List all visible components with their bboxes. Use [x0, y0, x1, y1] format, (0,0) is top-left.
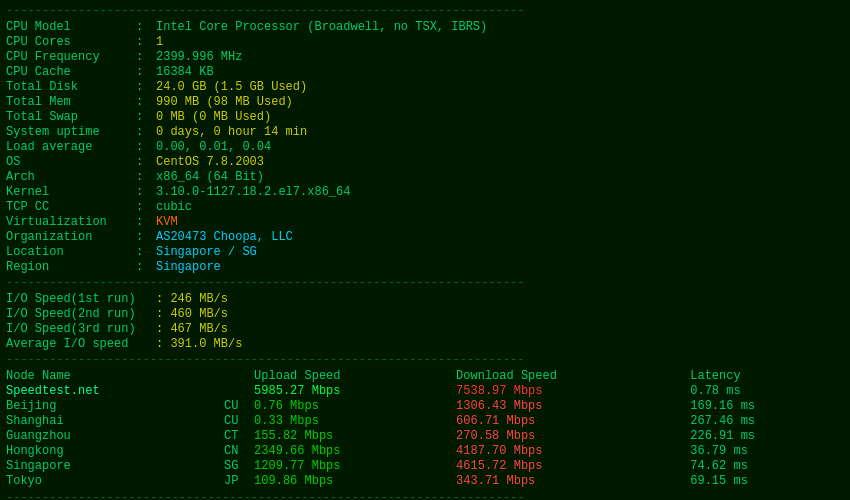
cpu-model-colon: :	[136, 20, 156, 34]
io-avg-value: : 391.0 MB/s	[156, 337, 242, 351]
region-value: Singapore	[156, 260, 221, 274]
cpu-cache-colon: :	[136, 65, 156, 79]
cpu-cores-label: CPU Cores	[6, 35, 136, 49]
total-mem-label: Total Mem	[6, 95, 136, 109]
network-table-header: Node Name Upload Speed Download Speed La…	[6, 369, 844, 384]
arch-label: Arch	[6, 170, 136, 184]
terminal-output: ----------------------------------------…	[0, 0, 850, 500]
net-node-cc: SG	[224, 459, 254, 474]
network-row: TokyoJP109.86 Mbps343.71 Mbps69.15 ms	[6, 474, 844, 489]
org-value: AS20473 Choopa, LLC	[156, 230, 293, 244]
row-cpu-cores: CPU Cores : 1	[6, 35, 844, 49]
load-colon: :	[136, 140, 156, 154]
row-io1: I/O Speed(1st run) : 246 MB/s	[6, 292, 844, 306]
total-swap-label: Total Swap	[6, 110, 136, 124]
net-download-speed: 4615.72 Mbps	[456, 459, 690, 474]
col-header-upload: Upload Speed	[254, 369, 456, 384]
uptime-value: 0 days, 0 hour 14 min	[156, 125, 307, 139]
tcp-label: TCP CC	[6, 200, 136, 214]
net-upload-speed: 0.76 Mbps	[254, 399, 456, 414]
total-mem-value: 990 MB (98 MB Used)	[156, 95, 293, 109]
uptime-colon: :	[136, 125, 156, 139]
cpu-cache-value: 16384 KB	[156, 65, 214, 79]
net-download-speed: 4187.70 Mbps	[456, 444, 690, 459]
net-upload-speed: 5985.27 Mbps	[254, 384, 456, 399]
net-node-name: Hongkong	[6, 444, 224, 459]
location-colon: :	[136, 245, 156, 259]
cpu-model-value: Intel Core Processor (Broadwell, no TSX,…	[156, 20, 487, 34]
total-disk-value: 24.0 GB (1.5 GB Used)	[156, 80, 307, 94]
net-latency: 267.46 ms	[690, 414, 844, 429]
location-value: Singapore / SG	[156, 245, 257, 259]
total-swap-value: 0 MB (0 MB Used)	[156, 110, 271, 124]
arch-value: x86_64 (64 Bit)	[156, 170, 264, 184]
kernel-colon: :	[136, 185, 156, 199]
row-uptime: System uptime : 0 days, 0 hour 14 min	[6, 125, 844, 139]
row-io3: I/O Speed(3rd run) : 467 MB/s	[6, 322, 844, 336]
row-location: Location : Singapore / SG	[6, 245, 844, 259]
os-value: CentOS 7.8.2003	[156, 155, 264, 169]
row-load: Load average : 0.00, 0.01, 0.04	[6, 140, 844, 154]
io2-label: I/O Speed(2nd run)	[6, 307, 136, 321]
io2-value: : 460 MB/s	[156, 307, 228, 321]
cpu-freq-label: CPU Frequency	[6, 50, 136, 64]
net-download-speed: 606.71 Mbps	[456, 414, 690, 429]
network-row: ShanghaiCU0.33 Mbps606.71 Mbps267.46 ms	[6, 414, 844, 429]
io-avg-colon	[136, 337, 156, 351]
net-node-cc: CU	[224, 399, 254, 414]
net-node-cc: CU	[224, 414, 254, 429]
net-download-speed: 7538.97 Mbps	[456, 384, 690, 399]
net-node-cc	[224, 384, 254, 399]
io3-label: I/O Speed(3rd run)	[6, 322, 136, 336]
net-upload-speed: 2349.66 Mbps	[254, 444, 456, 459]
location-label: Location	[6, 245, 136, 259]
kernel-label: Kernel	[6, 185, 136, 199]
net-latency: 69.15 ms	[690, 474, 844, 489]
net-upload-speed: 109.86 Mbps	[254, 474, 456, 489]
cpu-freq-value: 2399.996 MHz	[156, 50, 242, 64]
os-label: OS	[6, 155, 136, 169]
divider-top: ----------------------------------------…	[6, 4, 844, 18]
net-node-name: Singapore	[6, 459, 224, 474]
virt-label: Virtualization	[6, 215, 136, 229]
net-latency: 0.78 ms	[690, 384, 844, 399]
net-node-cc: CT	[224, 429, 254, 444]
network-row: GuangzhouCT155.82 Mbps270.58 Mbps226.91 …	[6, 429, 844, 444]
total-disk-colon: :	[136, 80, 156, 94]
row-io-avg: Average I/O speed : 391.0 MB/s	[6, 337, 844, 351]
net-node-name: Guangzhou	[6, 429, 224, 444]
org-label: Organization	[6, 230, 136, 244]
col-header-download: Download Speed	[456, 369, 690, 384]
kernel-value: 3.10.0-1127.18.2.el7.x86_64	[156, 185, 350, 199]
cpu-model-label: CPU Model	[6, 20, 136, 34]
tcp-value: cubic	[156, 200, 192, 214]
network-row: Speedtest.net5985.27 Mbps7538.97 Mbps0.7…	[6, 384, 844, 399]
net-latency: 226.91 ms	[690, 429, 844, 444]
net-download-speed: 343.71 Mbps	[456, 474, 690, 489]
row-kernel: Kernel : 3.10.0-1127.18.2.el7.x86_64	[6, 185, 844, 199]
io2-colon	[136, 307, 156, 321]
col-header-latency: Latency	[690, 369, 844, 384]
cpu-cores-value: 1	[156, 35, 163, 49]
virt-colon: :	[136, 215, 156, 229]
net-node-name: Beijing	[6, 399, 224, 414]
cpu-cores-colon: :	[136, 35, 156, 49]
net-latency: 36.79 ms	[690, 444, 844, 459]
io1-label: I/O Speed(1st run)	[6, 292, 136, 306]
net-download-speed: 270.58 Mbps	[456, 429, 690, 444]
virt-value: KVM	[156, 215, 178, 229]
net-upload-speed: 1209.77 Mbps	[254, 459, 456, 474]
row-arch: Arch : x86_64 (64 Bit)	[6, 170, 844, 184]
net-upload-speed: 155.82 Mbps	[254, 429, 456, 444]
io3-value: : 467 MB/s	[156, 322, 228, 336]
org-colon: :	[136, 230, 156, 244]
divider-network: ----------------------------------------…	[6, 353, 844, 367]
network-row: HongkongCN2349.66 Mbps4187.70 Mbps36.79 …	[6, 444, 844, 459]
io3-colon	[136, 322, 156, 336]
arch-colon: :	[136, 170, 156, 184]
net-node-name: Shanghai	[6, 414, 224, 429]
divider-bottom: ----------------------------------------…	[6, 491, 844, 500]
io1-value: : 246 MB/s	[156, 292, 228, 306]
net-latency: 169.16 ms	[690, 399, 844, 414]
row-region: Region : Singapore	[6, 260, 844, 274]
